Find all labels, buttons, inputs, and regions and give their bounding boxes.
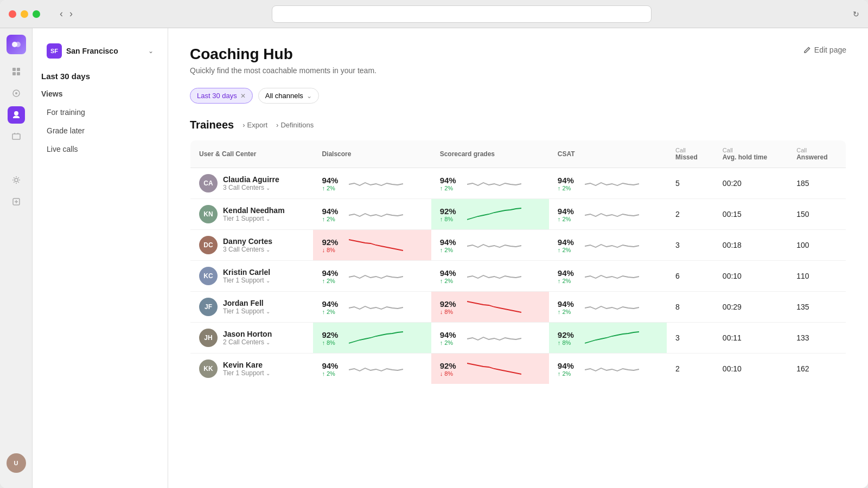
- user-avatar-3: KC: [199, 267, 218, 285]
- definitions-label: Definitions: [280, 121, 314, 129]
- scorecard-spark-0: [467, 174, 521, 193]
- sidebar-nav-1[interactable]: [8, 63, 25, 80]
- cell-csat-5: 92% ↑ 8%: [549, 323, 667, 354]
- sidebar-item-grade-later[interactable]: Grade later: [41, 122, 159, 139]
- cell-hold-5: 00:11: [714, 323, 788, 354]
- minimize-button[interactable]: [21, 10, 28, 18]
- edit-icon: [803, 46, 811, 54]
- csat-change-4: ↑ 2%: [558, 309, 579, 315]
- cell-missed-4: 8: [667, 292, 714, 323]
- th-dialscore: Dialscore: [313, 140, 431, 168]
- nav-section-views: Views: [41, 89, 159, 98]
- sidebar-nav-6[interactable]: [8, 193, 25, 210]
- cell-hold-6: 00:10: [714, 354, 788, 384]
- filter-all-channels[interactable]: All channels ⌄: [258, 88, 319, 104]
- cell-scorecard-6: 92% ↓ 8%: [431, 354, 549, 384]
- table-body: CA Claudia Aguirre 3 Call Centers ⌄ 94% …: [190, 168, 846, 384]
- chevron-definitions-icon: ›: [276, 121, 278, 129]
- user-avatar-6: KK: [199, 359, 218, 378]
- user-name-5: Jason Horton: [223, 330, 272, 338]
- svg-point-7: [15, 92, 17, 94]
- csat-spark-6: [585, 359, 639, 378]
- dialscore-spark-3: [349, 266, 403, 286]
- filter-30-days-close[interactable]: ✕: [240, 92, 246, 100]
- back-button[interactable]: ‹: [58, 6, 65, 22]
- dialscore-spark-2: [349, 235, 403, 255]
- scorecard-change-5: ↑ 2%: [440, 339, 462, 346]
- sidebar-item-for-training[interactable]: For training: [41, 104, 159, 121]
- dialscore-pct-3: 94%: [322, 268, 343, 278]
- maximize-button[interactable]: [33, 10, 40, 18]
- scorecard-spark-6: [467, 359, 521, 378]
- section-header: Trainees › Export › Definitions: [190, 119, 846, 131]
- th-call-hold: CallAvg. hold time: [714, 140, 788, 168]
- sidebar-nav-2[interactable]: [8, 85, 25, 102]
- svg-rect-8: [12, 134, 20, 139]
- scorecard-change-6: ↓ 8%: [440, 370, 462, 377]
- cell-scorecard-2: 94% ↑ 2%: [431, 230, 549, 261]
- th-scorecard: Scorecard grades: [431, 140, 549, 168]
- close-button[interactable]: [9, 10, 16, 18]
- table-row: CA Claudia Aguirre 3 Call Centers ⌄ 94% …: [190, 168, 846, 199]
- cell-csat-6: 94% ↑ 2%: [549, 354, 667, 384]
- page-title-block: Coaching Hub Quickly find the most coach…: [190, 46, 376, 75]
- main-content: Coaching Hub Quickly find the most coach…: [168, 28, 868, 488]
- trainees-table: User & Call Center Dialscore Scorecard g…: [190, 140, 846, 384]
- definitions-link[interactable]: › Definitions: [276, 121, 314, 129]
- filter-channels-label: All channels: [265, 92, 303, 100]
- scorecard-pct-0: 94%: [440, 176, 462, 185]
- cell-csat-4: 94% ↑ 2%: [549, 292, 667, 323]
- csat-pct-4: 94%: [558, 299, 579, 309]
- user-avatar-bottom[interactable]: U: [7, 453, 26, 473]
- user-avatar-4: JF: [199, 298, 218, 316]
- cell-missed-0: 5: [667, 168, 714, 199]
- cell-hold-4: 00:29: [714, 292, 788, 323]
- app-logo: [7, 35, 26, 54]
- sidebar-nav-3[interactable]: [8, 128, 25, 145]
- scorecard-pct-3: 94%: [440, 268, 462, 278]
- dialscore-pct-6: 94%: [322, 361, 343, 370]
- cell-answered-0: 185: [788, 168, 846, 199]
- csat-change-6: ↑ 2%: [558, 370, 579, 377]
- cell-csat-3: 94% ↑ 2%: [549, 261, 667, 292]
- user-name-1: Kendal Needham: [223, 206, 285, 215]
- user-avatar-0: CA: [199, 174, 218, 192]
- cell-missed-3: 6: [667, 261, 714, 292]
- dialscore-change-3: ↑ 2%: [322, 278, 343, 284]
- forward-button[interactable]: ›: [67, 6, 75, 22]
- filter-last-30-days[interactable]: Last 30 days ✕: [190, 88, 253, 104]
- reload-icon[interactable]: ↻: [853, 10, 859, 18]
- csat-pct-5: 92%: [558, 330, 579, 339]
- address-bar[interactable]: [272, 5, 652, 23]
- csat-change-3: ↑ 2%: [558, 278, 579, 284]
- csat-spark-1: [585, 204, 639, 224]
- cell-dialscore-5: 92% ↑ 8%: [313, 323, 431, 354]
- cell-csat-1: 94% ↑ 2%: [549, 199, 667, 230]
- edit-page-button[interactable]: Edit page: [803, 46, 846, 54]
- sidebar-nav-coaching[interactable]: [8, 106, 25, 124]
- workspace-selector[interactable]: SF San Francisco ⌄: [41, 39, 159, 63]
- csat-spark-4: [585, 297, 639, 317]
- scorecard-pct-4: 92%: [440, 299, 462, 309]
- sidebar-nav-5[interactable]: [8, 171, 25, 189]
- cell-dialscore-0: 94% ↑ 2%: [313, 168, 431, 199]
- nav-arrows: ‹ ›: [58, 6, 75, 22]
- sidebar-item-live-calls[interactable]: Live calls: [41, 140, 159, 158]
- scorecard-spark-4: [467, 297, 521, 317]
- chevron-export-icon: ›: [242, 121, 245, 129]
- dialscore-change-6: ↑ 2%: [322, 370, 343, 377]
- scorecard-spark-2: [467, 235, 521, 255]
- export-link[interactable]: › Export: [242, 121, 267, 129]
- dialscore-change-2: ↓ 8%: [322, 247, 343, 253]
- dialscore-spark-4: [349, 297, 403, 317]
- section-title: Trainees: [190, 119, 234, 131]
- user-name-0: Claudia Aguirre: [223, 175, 279, 184]
- sidebar-nav-4[interactable]: [8, 150, 25, 167]
- cell-hold-3: 00:10: [714, 261, 788, 292]
- table-header-row: User & Call Center Dialscore Scorecard g…: [190, 140, 846, 168]
- cell-answered-2: 100: [788, 230, 846, 261]
- cell-user-0: CA Claudia Aguirre 3 Call Centers ⌄: [190, 168, 314, 199]
- period-label: Last 30 days: [41, 72, 159, 81]
- th-call-missed: CallMissed: [667, 140, 714, 168]
- user-avatar-2: DC: [199, 236, 218, 254]
